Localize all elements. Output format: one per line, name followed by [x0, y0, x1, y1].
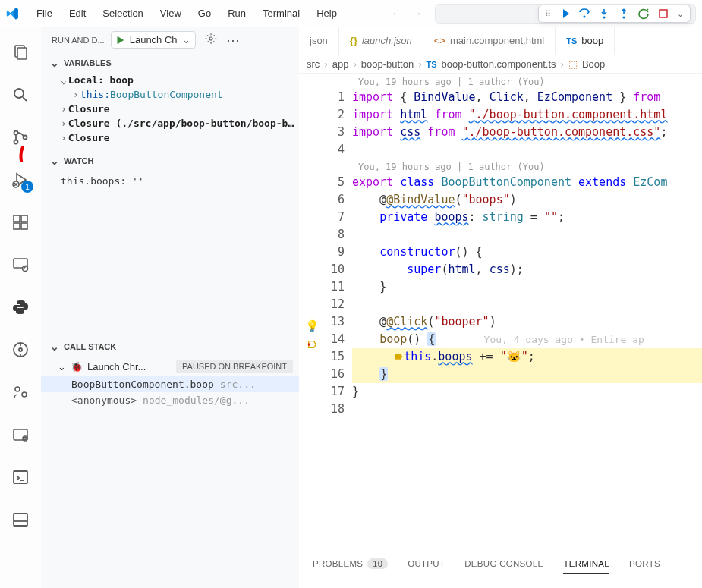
svg-rect-13 — [21, 223, 27, 229]
gitlens-icon[interactable] — [10, 339, 31, 360]
paused-status-badge: PAUSED ON BREAKPOINT — [176, 360, 293, 373]
ts-icon: TS — [566, 36, 577, 46]
terminal-panel-icon[interactable] — [10, 467, 31, 488]
svg-point-7 — [14, 131, 18, 135]
menu-terminal[interactable]: Terminal — [255, 5, 307, 22]
code-body[interactable]: You, 19 hours ago | 1 author (You) impor… — [352, 74, 702, 539]
launch-config-label: Launch Ch — [130, 34, 178, 46]
ts-icon: TS — [426, 60, 436, 69]
svg-point-20 — [22, 392, 27, 397]
nav-back-button[interactable]: ← — [392, 8, 401, 19]
watch-expression[interactable]: this.boops: '' — [41, 171, 299, 193]
scope-row[interactable]: › Closure (./src/app/boop-button/boop-bu… — [41, 116, 299, 130]
svg-point-6 — [14, 89, 24, 98]
variables-title: VARIABLES — [64, 58, 112, 68]
menu-selection[interactable]: Selection — [95, 5, 150, 22]
symbol-icon: ⬚ — [568, 58, 578, 70]
svg-point-26 — [209, 37, 212, 40]
line-numbers: 1234 5678 9101112 13141516 1718 — [325, 74, 352, 539]
breakpoint-current-icon[interactable] — [299, 335, 325, 353]
stop-button[interactable] — [657, 8, 669, 20]
bug-icon: 🐞 — [71, 361, 83, 373]
editor-area: json {}launch.json <>main.component.html… — [299, 27, 702, 588]
step-into-button[interactable] — [598, 8, 610, 20]
explorer-icon[interactable] — [10, 42, 31, 63]
panel-tab-ports[interactable]: PORTS — [629, 555, 660, 573]
svg-point-8 — [14, 140, 18, 144]
codelens[interactable]: You, 19 hours ago | 1 author (You) — [352, 159, 702, 174]
chevron-down-icon: ⌄ — [50, 57, 61, 69]
restart-button[interactable] — [637, 8, 650, 20]
menu-file[interactable]: File — [29, 5, 60, 22]
menu-go[interactable]: Go — [190, 5, 219, 22]
launch-config-select[interactable]: Launch Ch ⌄ — [111, 31, 196, 49]
step-over-button[interactable] — [578, 8, 590, 20]
sidebar-title: RUN AND D... — [52, 36, 105, 45]
live-share-icon[interactable] — [10, 382, 31, 403]
scope-row[interactable]: › Closure — [41, 102, 299, 116]
menu-help[interactable]: Help — [309, 5, 345, 22]
menu-edit[interactable]: Edit — [61, 5, 93, 22]
svg-rect-12 — [14, 223, 20, 229]
menu-run[interactable]: Run — [220, 5, 253, 22]
svg-point-1 — [603, 16, 605, 18]
session-label: Launch Chr... — [87, 361, 146, 373]
step-out-button[interactable] — [618, 8, 630, 20]
grip-icon[interactable]: ⠿ — [545, 9, 551, 19]
tab-boop-component[interactable]: TSboop — [556, 27, 615, 55]
svg-point-0 — [583, 15, 585, 17]
svg-rect-25 — [14, 514, 27, 526]
svg-rect-5 — [17, 48, 27, 59]
source-control-icon[interactable] — [10, 127, 31, 148]
watch-section-header[interactable]: ⌄ WATCH — [41, 151, 299, 171]
menu-bar: File Edit Selection View Go Run Terminal… — [0, 0, 702, 27]
stack-frame[interactable]: <anonymous> node_modules/@g... — [41, 392, 299, 408]
code-editor[interactable]: 💡 1234 5678 9101112 13141516 1718 You, 1… — [299, 74, 702, 539]
debug-more-chevron[interactable]: ⌄ — [677, 9, 684, 19]
callstack-tree: ⌄ 🐞 Launch Chr... PAUSED ON BREAKPOINT B… — [41, 357, 299, 408]
svg-point-9 — [24, 136, 27, 140]
panel-tab-terminal[interactable]: TERMINAL — [563, 555, 609, 574]
variables-tree: ⌄ Local: boop › this: BoopButtonComponen… — [41, 73, 299, 151]
svg-point-2 — [622, 16, 625, 18]
chevron-down-icon: ⌄ — [50, 341, 61, 353]
json-icon: {} — [350, 35, 357, 46]
stack-frame[interactable]: BoopButtonComponent.boop src... — [41, 376, 299, 392]
tab-main-component[interactable]: <>main.component.html — [423, 27, 556, 55]
panel-tab-debug-console[interactable]: DEBUG CONSOLE — [464, 555, 543, 573]
tab-launch-json[interactable]: {}launch.json — [339, 27, 423, 55]
activity-bar — [0, 27, 41, 588]
settings-icon[interactable] — [10, 424, 31, 445]
breadcrumb[interactable]: src› app› boop-button› TS boop-button.co… — [299, 55, 702, 74]
nav-forward-button[interactable]: → — [412, 8, 422, 19]
menu-view[interactable]: View — [153, 5, 189, 22]
codelens[interactable]: You, 19 hours ago | 1 author (You) — [352, 74, 702, 89]
chevron-down-icon: ⌄ — [50, 155, 61, 167]
start-debug-button[interactable] — [115, 35, 125, 46]
scope-row[interactable]: ⌄ Local: boop — [41, 73, 299, 87]
variable-row[interactable]: › this: BoopButtonComponent — [41, 87, 299, 102]
search-icon[interactable] — [10, 84, 31, 105]
panel-tab-problems[interactable]: PROBLEMS10 — [313, 555, 388, 573]
callstack-section-header[interactable]: ⌄ CALL STACK — [41, 337, 299, 357]
extensions-icon[interactable] — [10, 212, 31, 233]
lightbulb-icon[interactable]: 💡 — [299, 318, 325, 335]
debug-session-row[interactable]: ⌄ 🐞 Launch Chr... PAUSED ON BREAKPOINT — [41, 357, 299, 376]
variables-section-header[interactable]: ⌄ VARIABLES — [41, 53, 299, 73]
scope-row[interactable]: › Closure — [41, 130, 299, 145]
glyph-margin: 💡 — [299, 74, 325, 539]
python-icon[interactable] — [10, 297, 31, 318]
run-debug-icon[interactable] — [10, 169, 31, 190]
svg-point-18 — [19, 348, 22, 351]
panel-tab-output[interactable]: OUTPUT — [408, 555, 445, 573]
svg-point-19 — [15, 387, 20, 391]
remote-icon[interactable] — [10, 254, 31, 275]
watch-title: WATCH — [64, 156, 94, 165]
configure-gear-icon[interactable] — [205, 33, 217, 47]
debug-toolbar: ⠿ ⌄ — [538, 5, 691, 23]
layout-icon[interactable] — [10, 509, 31, 530]
continue-button[interactable] — [559, 8, 571, 20]
editor-tabs: json {}launch.json <>main.component.html… — [299, 27, 702, 55]
tab-json-partial[interactable]: json — [299, 27, 339, 55]
html-icon: <> — [434, 35, 445, 46]
